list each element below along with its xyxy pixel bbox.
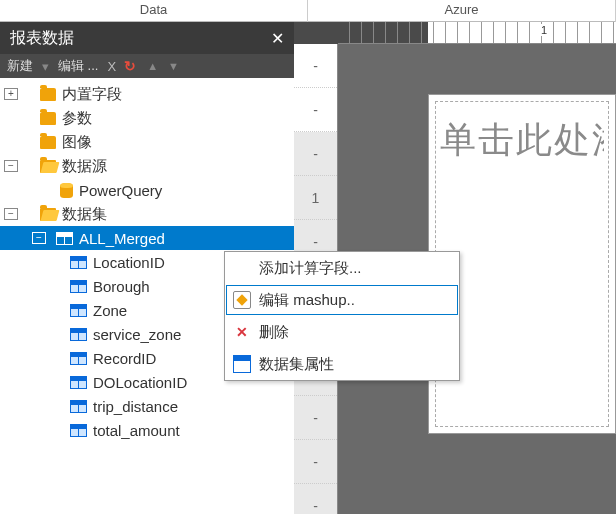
ruler-cell: 1 — [294, 176, 337, 220]
tree-node-datasources[interactable]: − 数据源 — [0, 154, 294, 178]
panel-header: 报表数据 ✕ — [0, 22, 294, 54]
report-title-placeholder[interactable]: 单击此处添 — [440, 116, 604, 165]
folder-open-icon — [40, 160, 56, 173]
folder-icon — [40, 136, 56, 149]
expand-toggle[interactable]: − — [32, 232, 46, 244]
tree-label: 图像 — [62, 133, 92, 152]
tree-label: Borough — [93, 278, 150, 295]
ruler-cell: - — [294, 396, 337, 440]
database-icon — [60, 183, 73, 198]
tree-node-builtin-fields[interactable]: + 内置字段 — [0, 82, 294, 106]
ruler-cell: - — [294, 88, 337, 132]
field-icon — [70, 424, 87, 437]
tree-label: ALL_Merged — [79, 230, 165, 247]
context-menu: 添加计算字段... 编辑 mashup.. ✕ 删除 数据集属性 — [224, 251, 460, 381]
report-inner: 单击此处添 — [435, 101, 609, 427]
blank-icon — [233, 259, 251, 277]
tree-label: RecordID — [93, 350, 156, 367]
delete-icon: ✕ — [233, 323, 251, 341]
folder-icon — [40, 112, 56, 125]
field-icon — [70, 400, 87, 413]
move-up-button[interactable]: ▲ — [145, 60, 160, 72]
tree-node-images[interactable]: 图像 — [0, 130, 294, 154]
properties-icon — [233, 355, 251, 373]
ruler-cell: - — [294, 440, 337, 484]
tree-label: Zone — [93, 302, 127, 319]
expand-toggle[interactable]: + — [4, 88, 18, 100]
tree-label: 数据源 — [62, 157, 107, 176]
ruler-mark-1: 1 — [538, 24, 550, 36]
ctx-add-calculated-field[interactable]: 添加计算字段... — [225, 252, 459, 284]
tree-node-parameters[interactable]: 参数 — [0, 106, 294, 130]
tree-node-field[interactable]: trip_distance — [0, 394, 294, 418]
refresh-icon[interactable]: ↻ — [121, 58, 139, 74]
tree-label: 参数 — [62, 109, 92, 128]
ctx-label: 添加计算字段... — [259, 259, 362, 278]
ruler-cell: - — [294, 44, 337, 88]
field-icon — [70, 256, 87, 269]
tree-node-field[interactable]: total_amount — [0, 418, 294, 442]
ctx-label: 删除 — [259, 323, 289, 342]
toolbar-x[interactable]: X — [107, 59, 115, 74]
field-icon — [70, 376, 87, 389]
expand-toggle[interactable]: − — [4, 208, 18, 220]
ctx-edit-mashup[interactable]: 编辑 mashup.. — [225, 284, 459, 316]
expand-toggle[interactable]: − — [4, 160, 18, 172]
tree-label: trip_distance — [93, 398, 178, 415]
tree-node-powerquery[interactable]: PowerQuery — [0, 178, 294, 202]
toolbar-new-button[interactable]: 新建 — [4, 57, 36, 75]
tree-label: service_zone — [93, 326, 181, 343]
edit-icon — [233, 291, 251, 309]
tree-label: 内置字段 — [62, 85, 122, 104]
ctx-delete[interactable]: ✕ 删除 — [225, 316, 459, 348]
field-icon — [70, 304, 87, 317]
panel-title: 报表数据 — [10, 28, 74, 49]
tab-data[interactable]: Data — [0, 0, 308, 22]
tree-label: PowerQuery — [79, 182, 162, 199]
field-icon — [70, 280, 87, 293]
ruler-corner — [294, 22, 338, 44]
ruler-cell: - — [294, 484, 337, 514]
panel-toolbar: 新建 ▾ 编辑 ... X ↻ ▲ ▼ — [0, 54, 294, 78]
field-icon — [70, 328, 87, 341]
tree-label: total_amount — [93, 422, 180, 439]
folder-icon — [40, 88, 56, 101]
tab-azure[interactable]: Azure — [308, 0, 616, 22]
tree-node-dataset-allmerged[interactable]: − ALL_Merged — [0, 226, 294, 250]
folder-open-icon — [40, 208, 56, 221]
ctx-label: 数据集属性 — [259, 355, 334, 374]
tree-label: LocationID — [93, 254, 165, 271]
toolbar-edit-button[interactable]: 编辑 ... — [55, 57, 101, 75]
panel-close-button[interactable]: ✕ — [271, 29, 284, 48]
horizontal-ruler: 1 — [338, 22, 616, 44]
top-tab-bar: Data Azure — [0, 0, 616, 22]
ruler-cell: - — [294, 132, 337, 176]
ctx-label: 编辑 mashup.. — [259, 291, 355, 310]
tree-node-datasets[interactable]: − 数据集 — [0, 202, 294, 226]
field-icon — [70, 352, 87, 365]
ctx-dataset-properties[interactable]: 数据集属性 — [225, 348, 459, 380]
tree-label: 数据集 — [62, 205, 107, 224]
table-icon — [56, 232, 73, 245]
move-down-button[interactable]: ▼ — [166, 60, 181, 72]
tree-label: DOLocationID — [93, 374, 187, 391]
